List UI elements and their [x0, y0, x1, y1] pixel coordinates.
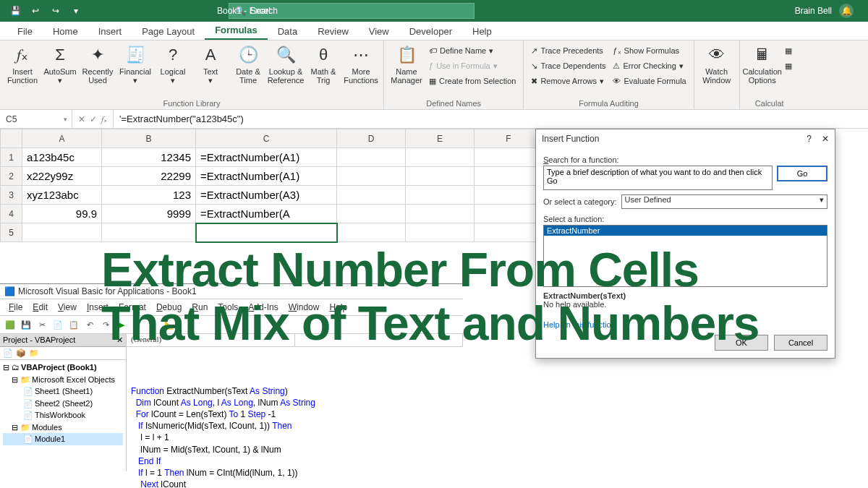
search-function-input[interactable]: Type a brief description of what you wan…	[543, 166, 773, 190]
logical-button[interactable]: ?Logical▾	[155, 42, 191, 86]
code-editor[interactable]: (General) Function ExtractNumber(sText A…	[127, 334, 463, 471]
view-object-icon[interactable]: 📦	[16, 348, 26, 358]
vba-design-icon[interactable]: 📐	[162, 317, 176, 332]
vba-menu-help[interactable]: Help	[325, 301, 352, 314]
cell[interactable]	[406, 186, 475, 205]
row-header[interactable]: 5	[1, 223, 22, 242]
row-header[interactable]: 4	[1, 205, 22, 223]
tab-page-layout[interactable]: Page Layout	[132, 23, 205, 40]
vba-menu-edit[interactable]: Edit	[28, 301, 52, 314]
calc-sheet-button[interactable]: ▦	[785, 59, 792, 73]
cell[interactable]: 12345	[102, 148, 196, 167]
formula-input[interactable]: '=ExtractNumber("a123b45c")	[114, 114, 868, 124]
vba-stop-icon[interactable]: ■	[146, 317, 161, 332]
col-header[interactable]: D	[337, 129, 406, 148]
cell[interactable]: =ExtractNumber(A1)	[196, 148, 337, 167]
col-header[interactable]: E	[406, 129, 475, 148]
vba-redo-icon[interactable]: ↷	[98, 317, 113, 332]
cell[interactable]: 123	[102, 186, 196, 205]
tab-formulas[interactable]: Formulas	[205, 22, 268, 40]
go-button[interactable]: Go	[777, 166, 827, 181]
calculation-options-button[interactable]: 🖩Calculation Options	[744, 42, 780, 86]
watch-window-button[interactable]: 👁Watch Window	[699, 42, 735, 86]
cell[interactable]	[475, 186, 543, 205]
cancel-button[interactable]: Cancel	[774, 335, 827, 351]
vba-menu-format[interactable]: Format	[114, 301, 150, 314]
cell[interactable]	[337, 148, 406, 167]
row-header[interactable]: 3	[1, 186, 22, 205]
select-all-button[interactable]	[1, 129, 22, 148]
trace-precedents-button[interactable]: ↗Trace Precedents	[531, 43, 605, 58]
vba-excel-icon[interactable]: 🟩	[3, 317, 17, 332]
recently-used-button[interactable]: ✦Recently Used	[80, 42, 116, 86]
row-header[interactable]: 1	[1, 148, 22, 167]
remove-arrows-button[interactable]: ✖Remove Arrows ▾	[531, 74, 605, 88]
vba-menu-debug[interactable]: Debug	[152, 301, 186, 314]
name-box[interactable]: C5	[0, 110, 72, 128]
vba-menu-file[interactable]: File	[4, 301, 27, 314]
tab-review[interactable]: Review	[307, 23, 359, 40]
vba-pause-icon[interactable]: ⏸	[130, 317, 145, 332]
math-button[interactable]: θMath & Trig	[305, 42, 341, 86]
view-code-icon[interactable]: 📄	[3, 348, 13, 358]
cell[interactable]	[337, 223, 406, 242]
cancel-icon[interactable]: ✕	[78, 114, 85, 124]
fx-bar-icon[interactable]: 𝑓ₓ	[101, 114, 107, 124]
category-select[interactable]: User Defined▾	[621, 194, 828, 209]
cell[interactable]: 99.9	[22, 205, 102, 223]
tree-sheet2[interactable]: 📄 Sheet2 (Sheet2)	[3, 398, 123, 410]
tree-excel-objects[interactable]: ⊟ 📁 Microsoft Excel Objects	[3, 374, 123, 386]
vba-run-icon[interactable]: ▶	[114, 317, 129, 332]
row-header[interactable]: 2	[1, 167, 22, 186]
vba-menu-insert[interactable]: Insert	[82, 301, 113, 314]
cell[interactable]: 22299	[102, 167, 196, 186]
tree-thisworkbook[interactable]: 📄 ThisWorkbook	[3, 409, 123, 421]
vba-copy-icon[interactable]: 📄	[51, 317, 65, 332]
function-list-item[interactable]: ExtractNumber	[544, 226, 827, 236]
folder-icon[interactable]: 📁	[29, 348, 39, 358]
procedure-dropdown[interactable]	[295, 334, 464, 346]
project-explorer[interactable]: Project - VBAProject✕ 📄📦📁 ⊟ 🗂 VBAProject…	[0, 334, 127, 471]
user-name[interactable]: Brain Bell	[795, 6, 832, 16]
tree-project[interactable]: ⊟ 🗂 VBAProject (Book1)	[3, 361, 123, 374]
vba-menu-tools[interactable]: Tools	[213, 301, 242, 314]
insert-function-button[interactable]: 𝑓ₓInsert Function	[4, 42, 41, 86]
cell[interactable]: =ExtractNumber(A3)	[196, 186, 337, 205]
help-link[interactable]: Help on this function	[543, 320, 616, 329]
cell[interactable]: 9999	[102, 205, 196, 223]
col-header[interactable]: F	[475, 129, 543, 148]
evaluate-formula-button[interactable]: 👁Evaluate Formula	[613, 74, 686, 88]
undo-icon[interactable]: ↩	[27, 3, 43, 19]
vba-paste-icon[interactable]: 📋	[67, 317, 81, 332]
error-checking-button[interactable]: ⚠Error Checking ▾	[613, 59, 686, 73]
tab-file[interactable]: File	[7, 23, 43, 40]
vba-menu-window[interactable]: Window	[284, 301, 324, 314]
col-header[interactable]: C	[196, 129, 337, 148]
tree-modules[interactable]: ⊟ 📁 Modules	[3, 421, 123, 434]
vba-cut-icon[interactable]: ✂	[35, 317, 49, 332]
vba-save-icon[interactable]: 💾	[19, 317, 33, 332]
cell[interactable]	[475, 167, 543, 186]
cell[interactable]: x222y99z	[22, 167, 102, 186]
date-time-button[interactable]: 🕒Date & Time	[230, 42, 266, 86]
name-manager-button[interactable]: 📋Name Manager	[388, 42, 425, 86]
cell[interactable]	[475, 148, 543, 167]
lookup-button[interactable]: 🔍Lookup & Reference	[268, 42, 304, 86]
financial-button[interactable]: 🧾Financial▾	[117, 42, 153, 86]
cell[interactable]	[406, 167, 475, 186]
tree-module1[interactable]: 📄 Module1	[3, 433, 123, 445]
tree-sheet1[interactable]: 📄 Sheet1 (Sheet1)	[3, 385, 123, 398]
customize-qat-icon[interactable]: ▾	[68, 3, 84, 19]
tab-data[interactable]: Data	[268, 23, 307, 40]
calc-now-button[interactable]: ▦	[785, 43, 792, 58]
cell[interactable]: xyz123abc	[22, 186, 102, 205]
active-cell[interactable]	[196, 223, 337, 242]
col-header[interactable]: A	[22, 129, 102, 148]
tab-insert[interactable]: Insert	[88, 23, 132, 40]
cell[interactable]: =ExtractNumber(A	[196, 205, 337, 223]
cell[interactable]	[406, 223, 475, 242]
tab-help[interactable]: Help	[462, 23, 502, 40]
more-functions-button[interactable]: ⋯More Functions	[343, 42, 379, 86]
enter-icon[interactable]: ✓	[90, 114, 97, 124]
save-icon[interactable]: 💾	[7, 3, 23, 19]
